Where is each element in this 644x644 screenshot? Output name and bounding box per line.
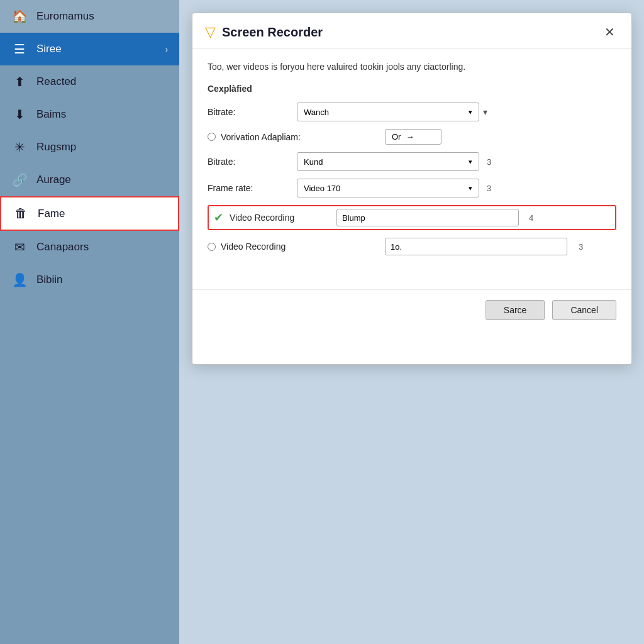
select-value-0: Wanch bbox=[304, 108, 329, 117]
row-input-4[interactable] bbox=[336, 209, 519, 226]
euromamus-label: Euromamus bbox=[36, 10, 168, 23]
count-badge-5: 3 bbox=[579, 242, 583, 252]
rugsmp-label: Rugsmp bbox=[36, 141, 168, 153]
rugsmp-icon: ✳ bbox=[11, 140, 28, 155]
form-row-1: Vorivation Adapliam:Or→ bbox=[208, 129, 616, 145]
sidebar-item-aurage[interactable]: 🔗Aurage bbox=[0, 164, 179, 196]
dialog-title-icon: ▽ bbox=[205, 24, 216, 40]
row-label-4: Video Recording bbox=[230, 213, 330, 223]
fame-label: Fame bbox=[38, 208, 167, 220]
sidebar-item-fame[interactable]: 🗑Fame bbox=[0, 196, 179, 231]
cancel-button[interactable]: Cancel bbox=[552, 300, 616, 320]
sidebar-item-siree[interactable]: ☰Siree› bbox=[0, 33, 179, 65]
sidebar-item-euromamus[interactable]: 🏠Euromamus bbox=[0, 0, 179, 33]
reacted-icon: ⬆ bbox=[11, 74, 28, 89]
count-badge-3: 3 bbox=[487, 184, 491, 193]
select-arrow-2: ▾ bbox=[469, 158, 472, 166]
main-content: ▽ Screen Recorder ✕ Too, wer videos is f… bbox=[179, 0, 644, 644]
row-input-5[interactable] bbox=[385, 238, 567, 255]
baims-label: Baims bbox=[36, 108, 168, 121]
form-rows: Bitrate:Wanch▾▾Vorivation Adapliam:Or→Bi… bbox=[208, 103, 616, 255]
select-value-3: Video 170 bbox=[304, 184, 340, 193]
siree-label: Siree bbox=[36, 43, 157, 55]
form-row-highlighted-4: ✔Video Recording4 bbox=[208, 205, 616, 230]
euromamus-icon: 🏠 bbox=[11, 9, 28, 24]
sidebar: 🏠Euromamus☰Siree›⬆Reacted⬇Baims✳Rugsmp🔗A… bbox=[0, 0, 179, 644]
row-label-3: Frame rate: bbox=[208, 183, 289, 193]
aurage-icon: 🔗 bbox=[11, 172, 28, 187]
form-row-5: Video Recording3 bbox=[208, 238, 616, 255]
extra-arrow-0: ▾ bbox=[483, 107, 487, 117]
row-label-5: Video Recording bbox=[221, 242, 286, 252]
sidebar-item-canapaors[interactable]: ✉Canapaors bbox=[0, 231, 179, 264]
select-arrow-3: ▾ bbox=[469, 184, 472, 192]
count-badge-2: 3 bbox=[487, 157, 491, 167]
select-box-0[interactable]: Wanch▾ bbox=[297, 103, 479, 121]
bibiin-icon: 👤 bbox=[11, 272, 28, 287]
screen-recorder-dialog: ▽ Screen Recorder ✕ Too, wer videos is f… bbox=[192, 13, 632, 365]
sidebar-item-bibiin[interactable]: 👤Bibiin bbox=[0, 264, 179, 296]
siree-chevron: › bbox=[165, 45, 168, 54]
section-label: Cexplàfied bbox=[208, 84, 616, 94]
dialog-footer: Sarce Cancel bbox=[192, 289, 631, 330]
count-badge-4: 4 bbox=[529, 213, 533, 223]
sidebar-item-baims[interactable]: ⬇Baims bbox=[0, 98, 179, 131]
radio-5[interactable] bbox=[208, 243, 216, 251]
baims-icon: ⬇ bbox=[11, 107, 28, 122]
row-label-2: Bitrate: bbox=[208, 157, 289, 167]
radio-1[interactable] bbox=[208, 133, 216, 141]
form-row-2: Bitrate:Kund▾3 bbox=[208, 152, 616, 171]
select-value-2: Kund bbox=[304, 157, 323, 167]
sidebar-item-rugsmp[interactable]: ✳Rugsmp bbox=[0, 131, 179, 164]
checkmark-icon-4: ✔ bbox=[214, 211, 223, 225]
canapaors-label: Canapaors bbox=[36, 241, 168, 253]
aurage-label: Aurage bbox=[36, 174, 168, 186]
dialog-close-button[interactable]: ✕ bbox=[601, 23, 619, 41]
dialog-header: ▽ Screen Recorder ✕ bbox=[192, 13, 631, 49]
dialog-title: Screen Recorder bbox=[222, 25, 594, 40]
row-label-1: Vorivation Adapliam: bbox=[221, 132, 301, 142]
bibiin-label: Bibiin bbox=[36, 274, 168, 286]
form-row-3: Frame rate:Video 170▾3 bbox=[208, 179, 616, 197]
select-box-3[interactable]: Video 170▾ bbox=[297, 179, 479, 197]
input-value-1: Or bbox=[392, 132, 401, 142]
form-row-0: Bitrate:Wanch▾▾ bbox=[208, 103, 616, 121]
arrow-box-1[interactable]: Or→ bbox=[385, 129, 441, 145]
select-arrow-0: ▾ bbox=[469, 108, 472, 116]
siree-icon: ☰ bbox=[11, 42, 28, 57]
dialog-description: Too, wer videos is foryou here valuired … bbox=[208, 60, 616, 74]
confirm-button[interactable]: Sarce bbox=[486, 300, 545, 320]
fame-icon: 🗑 bbox=[13, 206, 29, 221]
sidebar-item-reacted[interactable]: ⬆Reacted bbox=[0, 65, 179, 98]
input-arrow-1: → bbox=[406, 132, 414, 142]
dialog-body: Too, wer videos is foryou here valuired … bbox=[192, 49, 631, 274]
reacted-label: Reacted bbox=[36, 75, 168, 88]
select-box-2[interactable]: Kund▾ bbox=[297, 152, 479, 171]
row-label-0: Bitrate: bbox=[208, 107, 289, 117]
canapaors-icon: ✉ bbox=[11, 240, 28, 255]
